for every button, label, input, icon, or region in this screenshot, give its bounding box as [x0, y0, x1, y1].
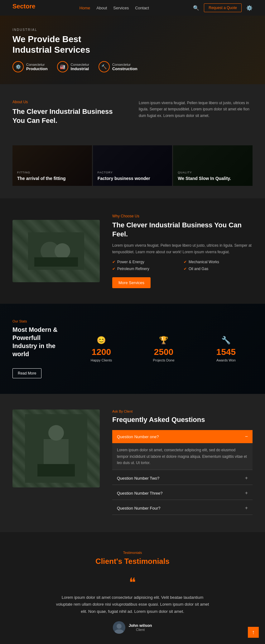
faq-item-1: Question Number Two? + — [112, 472, 253, 485]
card-sublabel-0: FITTING — [17, 171, 87, 174]
nav-home[interactable]: Home — [80, 6, 90, 10]
why-img-inner — [12, 220, 100, 282]
stats-label: Our Stats — [12, 319, 65, 323]
testimonials-heading-part1: Client — [95, 557, 116, 565]
hero-feature-construction: 🔨 Consectetur Construction — [99, 61, 137, 72]
faq-image — [12, 409, 100, 487]
search-icon[interactable]: 🔍 — [193, 5, 199, 11]
nav-about[interactable]: About — [96, 6, 107, 10]
stat-label-0: Happy Clients — [75, 358, 128, 362]
faq-item-0: Question Number one? − Lorem ipsum dolor… — [112, 430, 253, 470]
svg-point-9 — [117, 624, 122, 629]
about-section: About Us The Clever Industrial Business … — [0, 84, 265, 145]
construction-icon: 🔨 — [99, 61, 110, 72]
faq-question-1[interactable]: Question Number Two? + — [112, 472, 253, 485]
faq-expand-icon-2: + — [245, 490, 248, 496]
why-feature-label-2: Petroleum Refinery — [117, 267, 149, 271]
hero-heading-line1: We Provide Best — [12, 34, 81, 44]
industrial-icon: 🏭 — [57, 61, 68, 72]
settings-icon[interactable]: ⚙️ — [246, 5, 253, 11]
feature-text-industrial: Consectetur Industrial — [71, 63, 89, 71]
nav-contact[interactable]: Contact — [135, 6, 149, 10]
card-title-1: Factory business wonder — [98, 176, 168, 181]
testimonials-section: Testimonials Client's Testimonials ❝ Lor… — [0, 532, 265, 644]
stat-label-1: Projects Done — [137, 358, 190, 362]
faq-question-2[interactable]: Question Number Three? + — [112, 487, 253, 500]
faq-img-inner — [12, 409, 100, 487]
author-info: John wilson Client — [128, 623, 152, 632]
faq-heading: Frequently Asked Questions — [112, 416, 253, 424]
faq-question-text-2: Question Number Three? — [117, 491, 162, 496]
card-content-fitting: FITTING The arrival of the fitting — [12, 145, 92, 186]
stat-happy-clients: 😊 1200 Happy Clients — [75, 336, 128, 362]
card-factory: FACTORY Factory business wonder — [93, 145, 172, 186]
about-heading: The Clever Industrial Business You Can F… — [12, 107, 126, 125]
main-nav: Home About Services Contact — [80, 6, 149, 10]
card-title-0: The arrival of the fitting — [17, 176, 87, 181]
why-heading: The Clever Industrial Business You Can F… — [112, 221, 253, 239]
why-feature-label-1: Mechanical Works — [189, 260, 219, 264]
stat-label-2: Awards Won — [200, 358, 253, 362]
projects-icon: 🏆 — [137, 336, 190, 345]
svg-point-6 — [48, 425, 64, 441]
stat-awards: 🔧 1545 Awards Won — [200, 336, 253, 362]
faq-question-0[interactable]: Question Number one? − — [112, 430, 253, 443]
card-quality: QUALITY We Stand Slow In Quality. — [173, 145, 253, 186]
feature-name-industrial: Industrial — [71, 66, 89, 71]
why-feature-2: ✔ Petroleum Refinery — [112, 267, 181, 271]
testimonials-heading-part2: s Testimonials — [118, 557, 170, 565]
faq-expand-icon-1: + — [245, 475, 248, 481]
svg-rect-7 — [37, 464, 75, 477]
back-to-top-button[interactable]: ↑ — [248, 627, 259, 638]
faq-question-3[interactable]: Question Number Four? + — [112, 501, 253, 515]
faq-item-3: Question Number Four? + — [112, 501, 253, 515]
why-feature-label-3: Oil and Gas — [189, 267, 208, 271]
about-text: Lorem ipsum viverra feugiat. Pellen tequ… — [139, 100, 253, 119]
feature-name-construction: Construction — [112, 66, 137, 71]
site-logo[interactable]: Sectore — [12, 3, 35, 10]
faq-expand-icon-3: + — [245, 505, 248, 511]
header-right: 🔍 Request a Quote ⚙️ — [193, 3, 253, 12]
svg-rect-3 — [34, 257, 78, 267]
why-label: Why Choose Us — [112, 214, 253, 218]
about-left: About Us The Clever Industrial Business … — [12, 100, 126, 130]
card-title-2: We Stand Slow In Quality. — [178, 176, 248, 181]
happy-clients-icon: 😊 — [75, 336, 128, 345]
hero-heading: We Provide Best Industrial Services — [12, 34, 253, 55]
check-icon-2: ✔ — [112, 267, 115, 271]
faq-section: Ask By Client Frequently Asked Questions… — [0, 394, 265, 532]
production-icon: ⚙️ — [12, 61, 24, 72]
feature-sublabel-0: Consectetur — [26, 63, 45, 66]
why-feature-1: ✔ Mechanical Works — [184, 260, 253, 264]
feature-text-construction: Consectetur Construction — [112, 63, 137, 71]
stat-number-1: 2500 — [137, 347, 190, 357]
stats-heading: Most Modern & Powerfull Industry in the … — [12, 326, 65, 358]
why-feature-3: ✔ Oil and Gas — [184, 267, 253, 271]
about-label: About Us — [12, 100, 126, 104]
logo-accent-o: o — [26, 3, 29, 10]
logo-text: Sect — [12, 3, 26, 10]
hero-heading-line2: Industrial Services — [12, 45, 90, 55]
why-feature-0: ✔ Power & Energy — [112, 260, 181, 264]
request-quote-button[interactable]: Request a Quote — [204, 3, 242, 12]
hero-features: ⚙️ Consectetur Production 🏭 Consectetur … — [12, 61, 253, 72]
nav-services[interactable]: Services — [113, 6, 129, 10]
card-content-factory: FACTORY Factory business wonder — [93, 145, 172, 186]
card-sublabel-1: FACTORY — [98, 171, 168, 174]
faq-collapse-icon-0: − — [245, 434, 248, 439]
check-icon-3: ✔ — [184, 267, 187, 271]
check-icon-1: ✔ — [184, 260, 187, 264]
author-name: John wilson — [128, 623, 152, 628]
awards-icon: 🔧 — [200, 336, 253, 345]
hero-feature-production: ⚙️ Consectetur Production — [12, 61, 48, 72]
faq-question-text-3: Question Number Four? — [117, 506, 160, 511]
read-more-button[interactable]: Read More — [12, 368, 41, 378]
why-image — [12, 220, 100, 282]
stats-section: Our Stats Most Modern & Powerfull Indust… — [0, 304, 265, 394]
faq-item-2: Question Number Three? + — [112, 487, 253, 500]
header: Sectore Home About Services Contact 🔍 Re… — [0, 0, 265, 16]
hero-feature-industrial: 🏭 Consectetur Industrial — [57, 61, 89, 72]
more-services-button[interactable]: More Services — [112, 277, 151, 288]
check-icon-0: ✔ — [112, 260, 115, 264]
faq-content: Ask By Client Frequently Asked Questions… — [112, 409, 253, 516]
